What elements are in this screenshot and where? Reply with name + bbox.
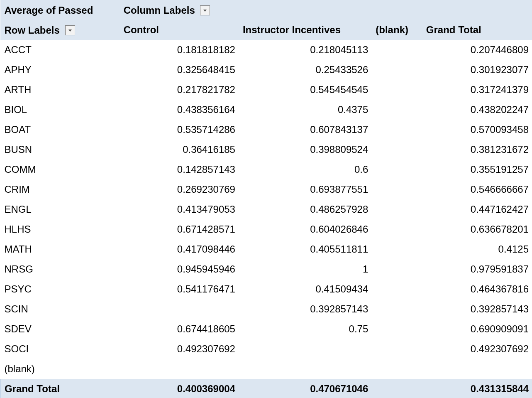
cell-blank [371,120,422,140]
col-header-incentives: Instructor Incentives [239,20,371,40]
cell-incentives: 0.545454545 [239,80,371,100]
cell-grand: 0.464367816 [422,279,532,299]
cell-control: 0.325648415 [120,60,239,80]
cell-grand: 0.447162427 [422,199,532,219]
row-label: SOCI [0,339,120,359]
cell-control: 0.36416185 [120,140,239,160]
cell-grand: 0.4125 [422,239,532,259]
cell-blank [371,179,422,199]
cell-blank [371,80,422,100]
cell-blank [371,219,422,239]
cell-incentives: 0.41509434 [239,279,371,299]
cell-grand: 0.570093458 [422,120,532,140]
cell-grand: 0.438202247 [422,100,532,120]
table-row: NRSG0.94594594610.979591837 [0,259,532,279]
row-label: ACCT [0,40,120,60]
cell-control: 0.217821782 [120,80,239,100]
cell-grand [422,359,532,379]
grand-total-label: Grand Total [0,379,120,398]
row-label: COMM [0,160,120,179]
row-label: PSYC [0,279,120,299]
svg-marker-0 [203,10,207,12]
cell-blank [371,319,422,339]
row-label: ENGL [0,199,120,219]
cell-control: 0.142857143 [120,160,239,179]
column-labels-text: Column Labels [124,5,195,16]
table-row: ACCT0.1818181820.2180451130.207446809 [0,40,532,60]
cell-incentives: 0.4375 [239,100,371,120]
cell-incentives: 0.405511811 [239,239,371,259]
row-label: BIOL [0,100,120,120]
table-row: PSYC0.5411764710.415094340.464367816 [0,279,532,299]
col-header-blank: (blank) [371,20,422,40]
col-header-control: Control [120,20,239,40]
row-labels-text: Row Labels [5,25,60,36]
column-labels-cell: Column Labels [120,0,532,20]
column-labels-dropdown[interactable] [200,5,210,15]
row-label: APHY [0,60,120,80]
cell-incentives: 0.604026846 [239,219,371,239]
pivot-header-row-2: Row Labels Control Instructor Incentives… [0,20,532,40]
cell-incentives: 0.693877551 [239,179,371,199]
chevron-down-icon [68,28,72,32]
row-label: CRIM [0,179,120,199]
cell-control: 0.269230769 [120,179,239,199]
cell-incentives: 0.398809524 [239,140,371,160]
grand-total-control: 0.400369004 [120,379,239,398]
cell-incentives: 0.486257928 [239,199,371,219]
measure-label: Average of Passed [0,0,120,20]
row-label: BUSN [0,140,120,160]
col-header-grand: Grand Total [422,20,532,40]
cell-control: 0.413479053 [120,199,239,219]
table-row: BUSN0.364161850.3988095240.381231672 [0,140,532,160]
cell-control [120,359,239,379]
grand-total-row: Grand Total 0.400369004 0.470671046 0.43… [0,379,532,398]
row-label: ARTH [0,80,120,100]
cell-grand: 0.690909091 [422,319,532,339]
cell-grand: 0.381231672 [422,140,532,160]
cell-grand: 0.301923077 [422,60,532,80]
table-row: CRIM0.2692307690.6938775510.546666667 [0,179,532,199]
row-labels-dropdown[interactable] [65,25,75,35]
cell-incentives: 0.392857143 [239,299,371,319]
row-label: BOAT [0,120,120,140]
cell-incentives: 1 [239,259,371,279]
cell-control: 0.945945946 [120,259,239,279]
svg-marker-1 [68,29,72,32]
cell-grand: 0.207446809 [422,40,532,60]
cell-incentives: 0.607843137 [239,120,371,140]
table-row: BOAT0.5357142860.6078431370.570093458 [0,120,532,140]
row-label: (blank) [0,359,120,379]
cell-control: 0.541176471 [120,279,239,299]
cell-grand: 0.355191257 [422,160,532,179]
table-row: SOCI0.4923076920.492307692 [0,339,532,359]
cell-control: 0.181818182 [120,40,239,60]
cell-incentives [239,359,371,379]
cell-blank [371,259,422,279]
cell-control: 0.671428571 [120,219,239,239]
pivot-body: ACCT0.1818181820.2180451130.207446809APH… [0,40,532,379]
table-row: (blank) [0,359,532,379]
cell-control: 0.535714286 [120,120,239,140]
cell-blank [371,100,422,120]
table-row: APHY0.3256484150.254335260.301923077 [0,60,532,80]
grand-total-incentives: 0.470671046 [239,379,371,398]
table-row: MATH0.4170984460.4055118110.4125 [0,239,532,259]
cell-blank [371,160,422,179]
cell-blank [371,299,422,319]
cell-grand: 0.392857143 [422,299,532,319]
cell-incentives: 0.218045113 [239,40,371,60]
cell-control: 0.674418605 [120,319,239,339]
row-labels-cell: Row Labels [0,20,120,40]
cell-grand: 0.979591837 [422,259,532,279]
cell-blank [371,199,422,219]
cell-blank [371,60,422,80]
cell-control: 0.492307692 [120,339,239,359]
table-row: ENGL0.4134790530.4862579280.447162427 [0,199,532,219]
chevron-down-icon [203,8,207,12]
cell-grand: 0.636678201 [422,219,532,239]
cell-blank [371,140,422,160]
cell-incentives: 0.25433526 [239,60,371,80]
grand-total-blank [371,379,422,398]
cell-incentives: 0.6 [239,160,371,179]
